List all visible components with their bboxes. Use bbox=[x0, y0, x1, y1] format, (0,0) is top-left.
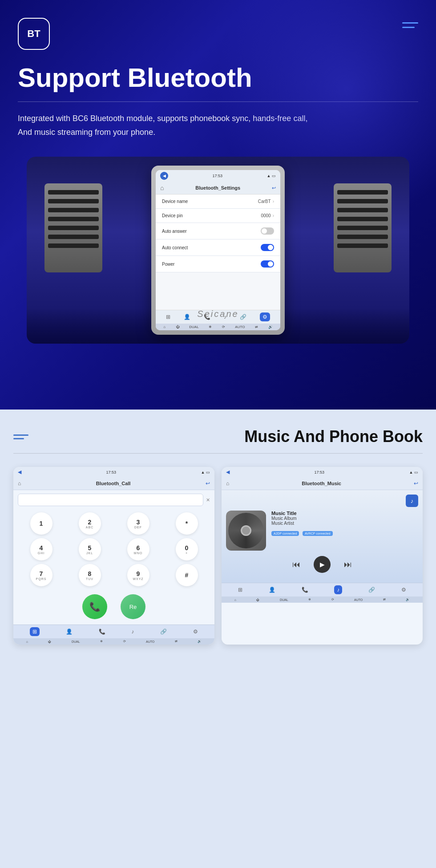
call-nav-settings[interactable]: ⚙ bbox=[193, 629, 198, 635]
toolbar-auto[interactable]: AUTO bbox=[235, 325, 245, 329]
dialer-key-3[interactable]: 3 DEF bbox=[127, 512, 149, 535]
call-button-redial[interactable]: Re bbox=[121, 594, 145, 619]
section-divider bbox=[13, 453, 423, 454]
music-home-icon[interactable]: ⌂ bbox=[226, 480, 229, 487]
music-nav-link[interactable]: 🔗 bbox=[368, 587, 375, 593]
music-nav-contacts[interactable]: 👤 bbox=[269, 587, 275, 593]
dialer-clear-button[interactable]: ✕ bbox=[206, 497, 210, 503]
tablet-screen-title: Bluetooth_Settings bbox=[195, 185, 240, 191]
auto-answer-row[interactable]: Auto answer bbox=[156, 223, 280, 239]
call-toolbar-home[interactable]: ⌂ bbox=[26, 640, 28, 643]
music-nav-phone[interactable]: 📞 bbox=[302, 587, 308, 593]
call-toolbar-snow[interactable]: ❄ bbox=[100, 640, 103, 643]
music-info: Music Title Music Album Music Artist A2D… bbox=[271, 511, 418, 537]
music-controls: ⏮ ▶ ⏭ bbox=[226, 551, 418, 578]
avrcp-badge: AVRCP connected bbox=[303, 531, 333, 536]
hero-header: BT bbox=[18, 18, 418, 50]
toolbar-snowflake[interactable]: ❄ bbox=[209, 325, 212, 329]
music-toolbar-home[interactable]: ⌂ bbox=[234, 598, 236, 601]
music-album: Music Album bbox=[271, 516, 418, 521]
device-name-row[interactable]: Device name CarBT › bbox=[156, 195, 280, 209]
auto-connect-toggle[interactable] bbox=[261, 244, 274, 251]
call-nav-link[interactable]: 🔗 bbox=[160, 629, 167, 635]
call-nav-apps[interactable]: ⊞ bbox=[30, 627, 40, 636]
dialer-key-8[interactable]: 8 TUV bbox=[79, 564, 101, 586]
dialer-key-0[interactable]: 0 + bbox=[176, 538, 198, 560]
tablet-nav-settings[interactable]: ⚙ bbox=[260, 312, 270, 321]
call-home-icon[interactable]: ⌂ bbox=[18, 480, 21, 487]
dialer-input-row: ✕ bbox=[13, 490, 214, 510]
call-toolbar-auto: AUTO bbox=[146, 640, 154, 643]
toolbar-dual[interactable]: DUAL bbox=[189, 325, 198, 329]
tablet-nav-link[interactable]: 🔗 bbox=[240, 314, 246, 320]
music-back-icon[interactable]: ↩ bbox=[414, 480, 418, 487]
power-row[interactable]: Power bbox=[156, 256, 280, 272]
dialer-key-6[interactable]: 6 MNO bbox=[127, 538, 149, 560]
power-label: Power bbox=[162, 262, 174, 267]
device-pin-label: Device pin bbox=[162, 213, 183, 218]
auto-answer-label: Auto answer bbox=[162, 229, 187, 234]
music-note-button[interactable]: ♪ bbox=[406, 495, 418, 507]
device-pin-row[interactable]: Device pin 0000 › bbox=[156, 209, 280, 223]
music-play-button[interactable]: ▶ bbox=[314, 556, 331, 573]
music-back-arrow[interactable]: ◀ bbox=[226, 469, 230, 475]
auto-connect-row[interactable]: Auto connect bbox=[156, 239, 280, 256]
dialer-key-hash[interactable]: # bbox=[176, 564, 198, 586]
menu-icon[interactable] bbox=[402, 22, 418, 28]
call-toolbar-fan[interactable]: ⇌ bbox=[175, 640, 178, 643]
toolbar-power[interactable]: ⏻ bbox=[176, 325, 179, 329]
toolbar-fan[interactable]: ⇌ bbox=[255, 325, 258, 329]
call-toolbar-vol[interactable]: 🔊 bbox=[198, 640, 202, 643]
dialer-key-2[interactable]: 2 ABC bbox=[79, 512, 101, 535]
power-toggle[interactable] bbox=[261, 260, 274, 268]
call-back-arrow[interactable]: ◀ bbox=[18, 469, 21, 475]
vent-slats-right bbox=[334, 183, 392, 255]
music-toolbar-fan[interactable]: ⇌ bbox=[383, 598, 386, 601]
music-artist: Music Artist bbox=[271, 521, 418, 526]
tablet-home-icon[interactable]: ⌂ bbox=[160, 184, 164, 191]
music-next-button[interactable]: ⏭ bbox=[344, 560, 352, 569]
music-prev-button[interactable]: ⏮ bbox=[292, 560, 300, 569]
call-toolbar-ac[interactable]: ⟳ bbox=[123, 640, 126, 643]
auto-answer-toggle[interactable] bbox=[261, 227, 274, 235]
toolbar-vol[interactable]: 🔊 bbox=[268, 325, 273, 329]
music-nav-settings[interactable]: ⚙ bbox=[401, 587, 406, 593]
hamburger-line-2 bbox=[402, 27, 415, 28]
music-toolbar-vol[interactable]: 🔊 bbox=[406, 598, 410, 601]
music-nav-apps[interactable]: ⊞ bbox=[238, 587, 242, 593]
dialer-key-7[interactable]: 7 PQRS bbox=[30, 564, 52, 586]
music-toolbar-ac[interactable]: ⟳ bbox=[331, 598, 334, 601]
tablet-back-button[interactable]: ◀ bbox=[160, 172, 168, 180]
music-bottom-nav: ⊞ 👤 📞 ♪ 🔗 ⚙ bbox=[222, 583, 423, 596]
music-player-row: Music Title Music Album Music Artist A2D… bbox=[226, 511, 418, 551]
music-toolbar-snow[interactable]: ❄ bbox=[308, 598, 311, 601]
toolbar-ac[interactable]: ⟳ bbox=[222, 325, 225, 329]
tablet-nav-apps[interactable]: ⊞ bbox=[166, 314, 170, 320]
call-nav-music[interactable]: ♪ bbox=[131, 629, 134, 635]
device-pin-chevron: › bbox=[273, 213, 274, 218]
music-title: Music Title bbox=[271, 511, 418, 516]
call-toolbar: ⌂ ⏻ DUAL ❄ ⟳ AUTO ⇌ 🔊 bbox=[13, 638, 214, 645]
dialer-input-field[interactable] bbox=[18, 494, 203, 506]
screenshots-row: ◀ 17:53 ▲ ▭ ⌂ Bluetooth_Call ↩ ✕ 1 2 bbox=[13, 467, 423, 645]
dialer-key-9[interactable]: 9 WXYZ bbox=[127, 564, 149, 586]
call-nav-contacts[interactable]: 👤 bbox=[66, 629, 73, 635]
dialer-key-1[interactable]: 1 bbox=[30, 512, 52, 535]
dialer-key-5[interactable]: 5 JKL bbox=[79, 538, 101, 560]
tablet-nav-contacts[interactable]: 👤 bbox=[184, 314, 190, 320]
vinyl-center bbox=[241, 525, 251, 536]
call-nav-phone[interactable]: 📞 bbox=[99, 629, 105, 635]
section-menu-icon[interactable] bbox=[13, 434, 28, 439]
music-nav-music[interactable]: ♪ bbox=[334, 585, 342, 594]
tablet-back-arrow[interactable]: ↩ bbox=[272, 185, 276, 191]
call-toolbar-power[interactable]: ⏻ bbox=[48, 640, 51, 643]
music-toolbar-power[interactable]: ⏻ bbox=[256, 598, 259, 601]
call-back-icon[interactable]: ↩ bbox=[206, 480, 210, 487]
toolbar-home[interactable]: ⌂ bbox=[163, 325, 166, 329]
music-statusbar: ◀ 17:53 ▲ ▭ bbox=[222, 467, 423, 477]
music-content: ♪ Music Title Music Album Music Artist A… bbox=[222, 490, 423, 583]
vent-slats-left bbox=[44, 183, 102, 255]
dialer-key-4[interactable]: 4 GHI bbox=[30, 538, 52, 560]
call-button-green[interactable]: 📞 bbox=[82, 594, 107, 619]
dialer-key-star[interactable]: * bbox=[176, 512, 198, 535]
